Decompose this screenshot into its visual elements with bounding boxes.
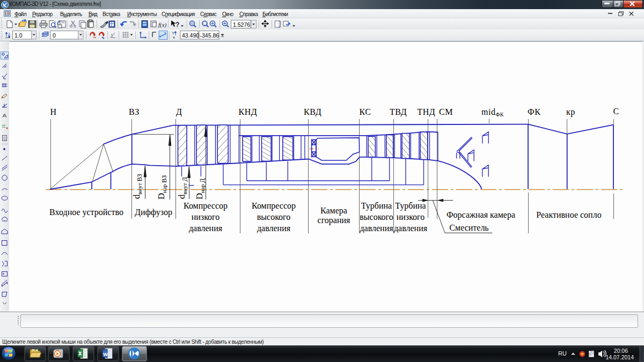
svg-text:сгорания: сгорания: [318, 216, 350, 225]
svg-text:Диффузор: Диффузор: [135, 208, 172, 217]
svg-text:W: W: [103, 352, 108, 357]
svg-text:давления: давления: [394, 224, 428, 233]
svg-text:1.0: 1.0: [14, 32, 23, 39]
svg-text:43.490: 43.490: [182, 32, 199, 39]
svg-text:ВЗ: ВЗ: [129, 107, 140, 116]
svg-text:Камера: Камера: [320, 206, 347, 216]
svg-text:Турбина: Турбина: [361, 201, 392, 211]
svg-text:ФК: ФК: [528, 107, 540, 116]
svg-text:КВД: КВД: [304, 107, 321, 117]
svg-text:давления: давления: [257, 224, 291, 233]
svg-text:Dнар ВЗ: Dнар ВЗ: [156, 175, 168, 200]
svg-text:dвнут ВЗ: dвнут ВЗ: [131, 174, 143, 199]
svg-text:RU: RU: [558, 350, 567, 357]
svg-text:низкого: низкого: [397, 212, 425, 221]
svg-text:высокого: высокого: [257, 212, 291, 221]
svg-text:КС: КС: [360, 107, 371, 116]
svg-text:С: С: [613, 107, 619, 116]
svg-text:высокого: высокого: [360, 212, 393, 221]
svg-text:кр: кр: [566, 107, 575, 117]
svg-text:Смеситель: Смеситель: [449, 223, 488, 232]
svg-text:-345.86: -345.86: [200, 32, 219, 39]
svg-text:Компрессор: Компрессор: [184, 201, 228, 211]
svg-text:14.07.2014: 14.07.2014: [605, 354, 634, 360]
svg-text:КНД: КНД: [239, 107, 258, 117]
svg-text:?: ?: [175, 21, 179, 28]
svg-text:x: x: [173, 35, 175, 40]
svg-text:dвнут Д: dвнут Д: [177, 177, 188, 199]
svg-text:ТНД: ТНД: [418, 107, 436, 117]
svg-text:Реактивное сопло: Реактивное сопло: [536, 210, 601, 219]
svg-text:ТВД: ТВД: [390, 107, 407, 117]
svg-text:Компрессор: Компрессор: [252, 201, 296, 211]
svg-text:давления: давления: [360, 224, 393, 233]
svg-text:midФК: midФК: [481, 107, 504, 117]
svg-text:СМ: СМ: [439, 107, 453, 116]
svg-text:1.5276: 1.5276: [233, 21, 250, 28]
svg-text:Форсажная камера: Форсажная камера: [447, 210, 515, 220]
svg-text:Д: Д: [176, 107, 182, 117]
svg-text:f(x): f(x): [158, 21, 167, 28]
svg-text:Н: Н: [50, 107, 57, 116]
svg-text:низкого: низкого: [192, 212, 220, 221]
svg-text:0: 0: [53, 32, 56, 39]
svg-text:20:06: 20:06: [614, 348, 628, 354]
svg-text:Dнар Д: Dнар Д: [194, 179, 206, 200]
svg-text:Входное устройство: Входное устройство: [49, 208, 123, 217]
svg-text:давления: давления: [189, 224, 223, 233]
svg-text:Турбина: Турбина: [395, 201, 426, 211]
